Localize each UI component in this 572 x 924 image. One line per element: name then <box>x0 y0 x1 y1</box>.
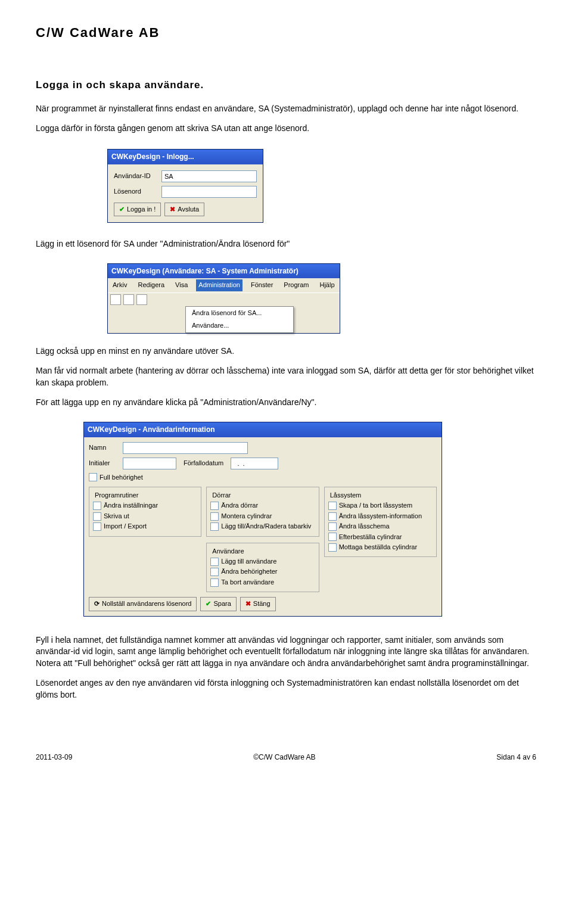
group-programrutiner: Programrutiner Ändra inställningar Skriv… <box>89 487 201 537</box>
quit-button[interactable]: ✖Avsluta <box>164 203 204 216</box>
reset-icon: ⟳ <box>94 599 100 608</box>
login-button[interactable]: ✔Logga in ! <box>114 203 161 216</box>
checkbox[interactable] <box>93 502 101 510</box>
footer-date: 2011-03-09 <box>36 752 72 763</box>
checkbox-label: Mottaga beställda cylindrar <box>339 543 417 552</box>
group-anvandare: Användare Lägg till användare Ändra behö… <box>206 543 319 593</box>
group-title: Låssystem <box>328 491 363 500</box>
paragraph-6: För att lägga upp en ny användare klicka… <box>36 397 536 409</box>
close-icon: ✖ <box>245 599 251 608</box>
menu-bar: Arkiv Redigera Visa Administration Fönst… <box>108 278 340 292</box>
reset-password-button[interactable]: ⟳Nollställ användarens lösenord <box>89 597 197 611</box>
paragraph-7: Fyll i hela namnet, det fullständiga nam… <box>36 634 536 670</box>
name-label: Namn <box>89 443 116 452</box>
toolbar <box>108 293 340 306</box>
group-title: Dörrar <box>210 491 232 500</box>
checkbox-label: Ändra låsschema <box>339 522 390 531</box>
checkbox-label: Ändra behörigheter <box>221 567 277 576</box>
close-icon: ✖ <box>170 205 175 214</box>
paragraph-3: Lägg in ett lösenord för SA under "Admin… <box>36 238 536 250</box>
tool-icon[interactable] <box>110 294 121 305</box>
checkbox-label: Lägg till användare <box>221 557 276 566</box>
menu-arkiv[interactable]: Arkiv <box>110 279 129 291</box>
menu-users[interactable]: Användare... <box>186 319 293 332</box>
paragraph-2: Logga därför in första gången genom att … <box>36 123 536 135</box>
page-footer: 2011-03-09 ©C/W CadWare AB Sidan 4 av 6 <box>36 749 536 763</box>
menu-change-password[interactable]: Ändra lösenord för SA... <box>186 307 293 319</box>
checkbox-label: Skapa / ta bort låssystem <box>339 501 413 510</box>
userinfo-dialog: CWKeyDesign - Användarinformation Namn I… <box>83 422 442 617</box>
menu-redigera[interactable]: Redigera <box>135 279 167 291</box>
footer-copyright: ©C/W CadWare AB <box>253 752 315 763</box>
close-button[interactable]: ✖Stäng <box>240 597 276 611</box>
full-permission-label: Full behörighet <box>100 473 143 482</box>
administration-submenu: Ändra lösenord för SA... Användare... <box>185 306 294 333</box>
userid-label: Användar-ID <box>114 172 161 181</box>
login-title: CWKeyDesign - Inlogg... <box>108 150 263 164</box>
group-lassystem: Låssystem Skapa / ta bort låssystem Ändr… <box>324 487 437 557</box>
checkbox-label: Import / Export <box>104 522 147 531</box>
app-title: CWKeyDesign (Användare: SA - System Admi… <box>108 264 340 279</box>
checkbox[interactable] <box>210 558 219 566</box>
menu-fonster[interactable]: Fönster <box>248 279 275 291</box>
full-permission-checkbox[interactable] <box>89 473 97 481</box>
checkbox-label: Lägg till/Ändra/Radera tabarkiv <box>221 522 311 531</box>
checkbox[interactable] <box>210 568 219 576</box>
initials-label: Initialer <box>89 459 116 468</box>
checkbox[interactable] <box>328 533 337 541</box>
section-title: Logga in och skapa användare. <box>36 78 536 92</box>
checkbox[interactable] <box>210 578 219 587</box>
initials-input[interactable] <box>123 458 176 469</box>
checkbox-label: Ändra låssystem-information <box>339 512 422 521</box>
app-window: CWKeyDesign (Användare: SA - System Admi… <box>107 263 340 334</box>
checkbox-label: Montera cylindrar <box>221 512 272 521</box>
checkbox[interactable] <box>328 522 337 531</box>
paragraph-4: Lägg också upp en minst en ny användare … <box>36 346 536 357</box>
checkbox[interactable] <box>210 522 219 531</box>
checkbox-label: Ta bort användare <box>221 578 274 587</box>
checkbox-label: Efterbeställa cylindrar <box>339 533 402 542</box>
login-dialog: CWKeyDesign - Inlogg... Användar-ID Löse… <box>107 149 263 223</box>
footer-page: Sidan 4 av 6 <box>496 752 536 763</box>
page-header: C/W CadWare AB <box>36 24 536 42</box>
checkbox[interactable] <box>93 512 101 521</box>
paragraph-5: Man får vid normalt arbete (hantering av… <box>36 365 536 388</box>
check-icon: ✔ <box>119 205 125 214</box>
save-button[interactable]: ✔Spara <box>200 597 236 611</box>
menu-program[interactable]: Program <box>281 279 311 291</box>
checkbox[interactable] <box>328 512 337 521</box>
menu-hjalp[interactable]: Hjälp <box>317 279 337 291</box>
check-icon: ✔ <box>206 599 211 608</box>
checkbox-label: Ändra inställningar <box>104 501 158 510</box>
paragraph-1: När programmet är nyinstallerat finns en… <box>36 103 536 115</box>
checkbox-label: Ändra dörrar <box>221 501 258 510</box>
tool-icon[interactable] <box>136 294 147 305</box>
userinfo-title: CWKeyDesign - Användarinformation <box>84 422 442 437</box>
checkbox[interactable] <box>93 522 101 531</box>
group-title: Programrutiner <box>93 491 140 500</box>
expiry-label: Förfallodatum <box>184 459 223 468</box>
checkbox[interactable] <box>210 512 219 521</box>
group-title: Användare <box>210 547 245 556</box>
tool-icon[interactable] <box>123 294 134 305</box>
menu-administration[interactable]: Administration <box>196 279 243 291</box>
checkbox[interactable] <box>328 543 337 552</box>
password-input[interactable] <box>161 186 257 198</box>
userid-input[interactable] <box>161 170 257 182</box>
checkbox[interactable] <box>328 502 337 510</box>
checkbox-label: Skriva ut <box>104 512 129 521</box>
checkbox[interactable] <box>210 502 219 510</box>
group-dorrar: Dörrar Ändra dörrar Montera cylindrar Lä… <box>206 487 319 537</box>
paragraph-8: Lösenordet anges av den nye användaren v… <box>36 677 536 701</box>
menu-visa[interactable]: Visa <box>173 279 190 291</box>
password-label: Lösenord <box>114 187 161 196</box>
name-input[interactable] <box>123 442 248 454</box>
expiry-input[interactable] <box>231 458 278 469</box>
